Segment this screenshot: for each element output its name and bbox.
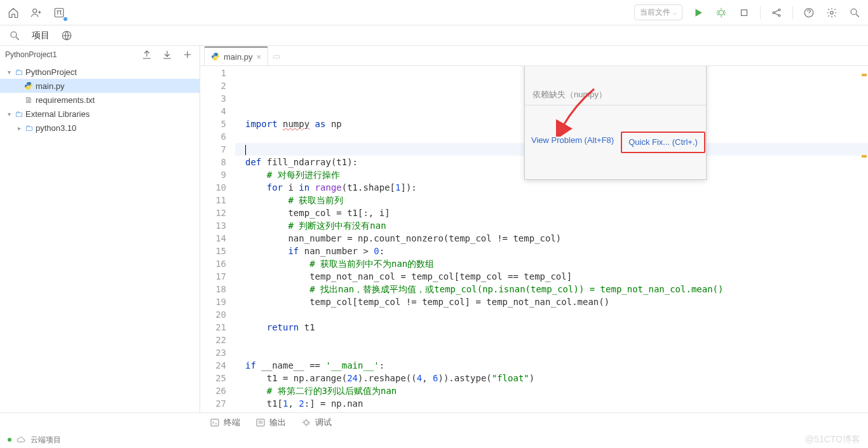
quick-fix-action[interactable]: Quick Fix... (Ctrl+.)	[621, 132, 705, 153]
cloud-project-label[interactable]: 云端项目	[31, 435, 61, 445]
svg-point-9	[851, 9, 857, 15]
svg-point-0	[33, 9, 37, 13]
pi-icon[interactable]	[52, 6, 66, 20]
terminal-label: 终端	[224, 417, 240, 428]
code-line-10[interactable]: nan_number = np.count_nonzero(temp_col !…	[235, 232, 868, 245]
chevron-down-icon: ⌵	[673, 9, 677, 16]
code-line-21[interactable]: t1 = np.arange(24).reshape((4, 6)).astyp…	[235, 372, 868, 384]
svg-point-10	[11, 32, 17, 37]
folder-icon: 🗀	[13, 67, 24, 77]
code-line-22[interactable]: # 将第二行的3列以后赋值为nan	[235, 384, 868, 397]
globe-icon[interactable]	[60, 29, 74, 43]
code-line-18[interactable]	[235, 334, 868, 346]
debug-tab[interactable]: 调试	[301, 417, 332, 428]
tree-item-requirements-txt[interactable]: 🗎requirements.txt	[0, 93, 200, 107]
add-user-icon[interactable]	[29, 6, 43, 20]
svg-rect-15	[257, 419, 264, 426]
code-line-19[interactable]	[235, 346, 868, 359]
stop-icon[interactable]	[737, 6, 751, 20]
current-file-label: 当前文件	[640, 7, 670, 18]
debug-label: 调试	[315, 417, 332, 428]
tree-item-main-py[interactable]: main.py	[0, 79, 200, 93]
sidebar-header: PythonProject1	[0, 46, 200, 64]
svg-point-4	[773, 11, 775, 13]
download-icon[interactable]	[160, 48, 174, 62]
code-line-17[interactable]: return t1	[235, 321, 868, 334]
code-line-16[interactable]	[235, 308, 868, 321]
file-icon: ▭	[273, 51, 280, 61]
tooltip-title: 依赖缺失（numpy）	[525, 85, 706, 105]
code-line-14[interactable]: # 找出nan，替换成平均值，或temp_col(np.isnan(temp_c…	[235, 283, 868, 295]
svg-point-16	[304, 420, 309, 424]
svg-point-8	[831, 11, 834, 14]
code-line-20[interactable]: if __name__ == '__main__':	[235, 359, 868, 372]
svg-rect-14	[211, 419, 219, 426]
run-icon[interactable]	[691, 6, 705, 20]
svg-point-2	[719, 10, 724, 15]
chevron-icon	[15, 125, 23, 132]
search-icon[interactable]	[8, 29, 22, 43]
status-bar: 云端项目 @51CTO博客	[0, 431, 868, 448]
home-icon[interactable]	[6, 6, 20, 20]
svg-point-5	[778, 9, 780, 11]
code-line-13[interactable]: temp_not_nan_col = temp_col[temp_col == …	[235, 270, 868, 283]
error-stripe[interactable]	[862, 155, 867, 158]
share-icon[interactable]	[770, 6, 783, 20]
add-icon[interactable]	[180, 48, 194, 62]
debug-icon[interactable]	[714, 6, 728, 20]
divider	[760, 6, 761, 19]
main-toolbar: 当前文件⌵	[0, 0, 868, 25]
close-icon[interactable]: ×	[257, 52, 262, 62]
line-gutter: 1234567891011121314151617181920212223242…	[200, 66, 235, 412]
code-line-23[interactable]: t1[1, 2:] = np.nan	[235, 397, 868, 410]
status-dot	[8, 438, 11, 442]
svg-rect-1	[55, 8, 64, 17]
editor-area: main.py × ▭ 1234567891011121314151617181…	[200, 46, 868, 412]
error-stripe[interactable]	[862, 74, 867, 76]
tab-hidden[interactable]: ▭	[268, 46, 285, 65]
file-tree[interactable]: 🗀PythonProjectmain.py🗎requirements.txt🗀E…	[0, 64, 200, 412]
view-problem-action[interactable]: View Problem (Alt+F8)	[525, 131, 620, 154]
svg-point-13	[216, 59, 217, 60]
chevron-icon	[5, 69, 13, 76]
tab-label: main.py	[224, 52, 253, 62]
divider	[792, 6, 793, 19]
code-line-9[interactable]: # 判断这列中有没有nan	[235, 219, 868, 232]
tree-item-python3-10[interactable]: 🗀python3.10	[0, 121, 200, 135]
folder-icon: 🗀	[13, 109, 24, 119]
tree-item-pythonproject[interactable]: 🗀PythonProject	[0, 65, 200, 79]
code-line-15[interactable]: temp_col[temp_col != temp_col] = temp_no…	[235, 295, 868, 308]
current-file-dropdown[interactable]: 当前文件⌵	[634, 4, 682, 20]
sub-toolbar: 项目	[0, 25, 868, 46]
svg-rect-3	[742, 10, 747, 15]
code-content[interactable]: 依赖缺失（numpy） View Problem (Alt+F8) Quick …	[235, 66, 868, 412]
code-line-11[interactable]: if nan_number > 0:	[235, 245, 868, 257]
settings-icon[interactable]	[825, 6, 839, 20]
file-icon: 🗎	[23, 95, 34, 105]
code-line-24[interactable]	[235, 410, 868, 412]
tree-item-external-libraries[interactable]: 🗀External Libraries	[0, 107, 200, 121]
code-line-6[interactable]: for i in range(t1.shape[1]):	[235, 181, 868, 194]
tree-item-label: PythonProject	[25, 67, 77, 77]
tab-main-py[interactable]: main.py ×	[204, 46, 268, 65]
cloud-icon	[17, 435, 25, 444]
bottom-panel-tabs: 终端 输出 调试	[0, 412, 868, 431]
code-line-12[interactable]: # 获取当前列中不为nan的数组	[235, 257, 868, 270]
output-tab[interactable]: 输出	[255, 417, 286, 428]
upload-icon[interactable]	[140, 48, 154, 62]
sidebar: PythonProject1 🗀PythonProjectmain.py🗎req…	[0, 46, 200, 412]
tree-item-label: requirements.txt	[36, 95, 95, 105]
code-editor[interactable]: 1234567891011121314151617181920212223242…	[200, 66, 868, 412]
search-icon[interactable]	[848, 6, 862, 20]
terminal-tab[interactable]: 终端	[210, 417, 240, 428]
tree-item-label: python3.10	[36, 123, 76, 133]
code-line-8[interactable]: temp_col = t1[:, i]	[235, 207, 868, 219]
folder-icon: 🗀	[23, 123, 34, 133]
chevron-icon	[5, 111, 13, 118]
problem-tooltip: 依赖缺失（numpy） View Problem (Alt+F8) Quick …	[524, 66, 707, 180]
tree-item-label: External Libraries	[25, 109, 90, 119]
help-icon[interactable]	[802, 6, 816, 20]
tree-item-label: main.py	[36, 81, 65, 91]
watermark: @51CTO博客	[805, 434, 860, 445]
code-line-7[interactable]: # 获取当前列	[235, 194, 868, 207]
